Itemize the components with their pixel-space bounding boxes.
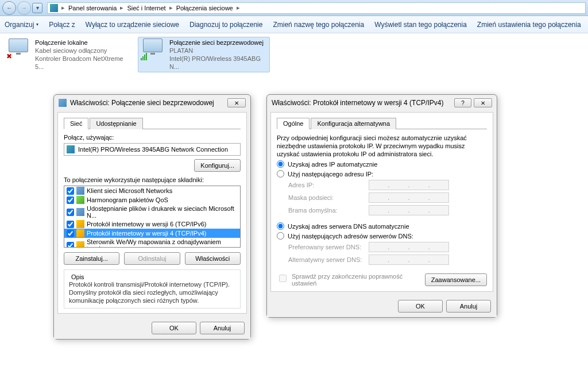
install-button[interactable]: Zainstaluj... — [64, 252, 119, 265]
component-checkbox[interactable] — [67, 230, 74, 237]
dns-manual-label: Użyj następujących adresów serwerów DNS: — [288, 233, 413, 240]
dns-manual-radio[interactable] — [277, 232, 284, 240]
ip-manual-label: Użyj następującego adresu IP: — [288, 171, 373, 178]
breadcrumb-item[interactable]: Sieć i Internet — [125, 5, 168, 11]
dialog-titlebar: Właściwości: Połączenie sieci bezprzewod… — [54, 95, 250, 111]
dns-preferred-label: Preferowany serwer DNS: — [288, 244, 369, 250]
description-label: Opis — [69, 273, 87, 280]
connection-network: PLATAN — [169, 47, 267, 55]
dns-auto-label: Uzyskaj adres serwera DNS automatycznie — [288, 223, 409, 230]
dialog-title: Właściwości: Połączenie sieci bezprzewod… — [70, 99, 214, 107]
components-label: To połączenie wykorzystuje następujące s… — [64, 176, 241, 183]
ip-manual-radio[interactable] — [277, 170, 284, 178]
close-button[interactable]: ✕ — [474, 98, 492, 107]
dialog-icon — [59, 99, 67, 107]
adapter-icon — [67, 145, 75, 153]
breadcrumb[interactable]: ▸ Panel sterowania ▸ Sieć i Internet ▸ P… — [47, 2, 586, 14]
connection-icon: ✖ — [6, 38, 32, 60]
component-checkbox[interactable] — [67, 221, 74, 228]
intro-text: Przy odpowiedniej konfiguracji sieci moż… — [277, 134, 487, 158]
breadcrumb-item[interactable]: Panel sterowania — [66, 5, 119, 11]
organize-menu[interactable]: Organizuj — [5, 21, 38, 29]
component-icon — [76, 220, 84, 228]
component-icon — [76, 196, 84, 204]
list-item-selected: Protokół internetowy w wersji 4 (TCP/IPv… — [64, 229, 240, 238]
connect-using-label: Połącz, używając: — [64, 134, 241, 141]
ip-auto-label: Uzyskaj adres IP automatycznie — [288, 161, 377, 168]
adapter-field: Intel(R) PRO/Wireless 3945ABG Network Co… — [64, 143, 241, 156]
connection-adapter: Kontroler Broadcom NetXtreme 5... — [35, 55, 133, 71]
components-listbox[interactable]: Klient sieci Microsoft Networks Harmonog… — [64, 186, 241, 248]
settings-action[interactable]: Zmień ustawienia tego połączenia — [477, 21, 581, 29]
gateway-input: ... — [369, 205, 449, 215]
dns-preferred-input: ... — [369, 242, 449, 252]
connections-list: ✖ Połączenie lokalne Kabel sieciowy odłą… — [0, 33, 588, 76]
list-item: Klient sieci Microsoft Networks — [64, 186, 240, 195]
validate-checkbox — [279, 275, 287, 282]
subnet-mask-input: ... — [369, 192, 449, 203]
breadcrumb-icon — [50, 4, 58, 12]
dialog-title: Właściwości: Protokół internetowy w wers… — [272, 99, 443, 107]
validate-label: Sprawdź przy zakończeniu poprawność usta… — [292, 273, 407, 287]
wifi-signal-icon — [141, 52, 149, 60]
connect-action[interactable]: Połącz z — [49, 21, 75, 29]
tab-network[interactable]: Sieć — [64, 118, 88, 129]
toolbar: Organizuj Połącz z Wyłącz to urządzenie … — [0, 16, 588, 33]
uninstall-button: Odinstaluj — [124, 252, 180, 265]
description-group: Opis Protokół kontroli transmisji/Protok… — [64, 269, 241, 309]
component-icon — [76, 229, 84, 237]
connection-icon — [141, 38, 166, 60]
gateway-label: Brama domyślna: — [288, 207, 369, 214]
tab-alternate[interactable]: Konfiguracja alternatywna — [311, 118, 396, 129]
dns-alt-input: ... — [369, 255, 449, 265]
connection-item-local[interactable]: ✖ Połączenie lokalne Kabel sieciowy odłą… — [3, 37, 136, 72]
connection-properties-dialog: Właściwości: Połączenie sieci bezprzewod… — [53, 94, 251, 340]
cancel-button[interactable]: Anuluj — [446, 300, 491, 313]
connection-adapter: Intel(R) PRO/Wireless 3945ABG N... — [169, 55, 267, 71]
address-bar: ← → ▾ ▸ Panel sterowania ▸ Sieć i Intern… — [0, 0, 588, 16]
ok-button[interactable]: OK — [398, 300, 443, 313]
ip-address-label: Adres IP: — [288, 182, 369, 188]
list-item: Udostępnianie plików i drukarek w siecia… — [64, 205, 240, 219]
connection-status: Kabel sieciowy odłączony — [35, 47, 133, 55]
ipv4-properties-dialog: Właściwości: Protokół internetowy w wers… — [266, 94, 497, 318]
component-checkbox[interactable] — [67, 196, 74, 204]
cancel-button[interactable]: Anuluj — [200, 322, 245, 334]
tab-bar: Sieć Udostępnianie — [64, 117, 241, 129]
component-icon — [76, 208, 84, 216]
forward-button[interactable]: → — [17, 1, 31, 15]
dns-alt-label: Alternatywny serwer DNS: — [288, 256, 369, 263]
ip-address-input: ... — [369, 180, 449, 190]
advanced-button[interactable]: Zaawansowane... — [425, 273, 487, 286]
help-button[interactable]: ? — [454, 98, 471, 107]
component-icon — [76, 187, 84, 195]
component-checkbox[interactable] — [67, 187, 74, 195]
status-action[interactable]: Wyświetl stan tego połączenia — [374, 21, 467, 29]
ok-button[interactable]: OK — [152, 322, 196, 334]
list-item: Sterownik We/Wy mapowania z odnajdywanie… — [64, 238, 240, 248]
component-checkbox[interactable] — [67, 242, 74, 248]
dns-auto-radio[interactable] — [277, 222, 284, 230]
list-item: Harmonogram pakietów QoS — [64, 195, 240, 205]
rename-action[interactable]: Zmień nazwę tego połączenia — [273, 21, 364, 29]
configure-button[interactable]: Konfiguruj... — [194, 159, 241, 172]
component-checkbox[interactable] — [67, 209, 74, 216]
breadcrumb-item[interactable]: Połączenia sieciowe — [174, 5, 235, 11]
dialog-titlebar: Właściwości: Protokół internetowy w wers… — [267, 95, 497, 111]
diagnose-action[interactable]: Diagnozuj to połączenie — [189, 21, 262, 29]
component-icon — [76, 241, 84, 248]
subnet-mask-label: Maska podsieci: — [288, 194, 369, 201]
tab-sharing[interactable]: Udostępnianie — [90, 118, 142, 129]
connection-title: Połączenie sieci bezprzewodowej — [169, 38, 267, 47]
description-text: Protokół kontroli transmisji/Protokół in… — [69, 280, 235, 304]
ip-auto-radio[interactable] — [277, 160, 284, 168]
properties-button[interactable]: Właściwości — [185, 252, 241, 265]
history-dropdown[interactable]: ▾ — [32, 3, 42, 13]
tab-general[interactable]: Ogólne — [277, 118, 310, 129]
tab-bar: Ogólne Konfiguracja alternatywna — [277, 117, 487, 129]
disconnected-icon: ✖ — [6, 52, 14, 60]
disable-action[interactable]: Wyłącz to urządzenie sieciowe — [86, 21, 179, 29]
connection-item-wireless[interactable]: Połączenie sieci bezprzewodowej PLATAN I… — [138, 37, 270, 72]
back-button[interactable]: ← — [2, 1, 16, 15]
close-button[interactable]: ✕ — [227, 98, 246, 107]
